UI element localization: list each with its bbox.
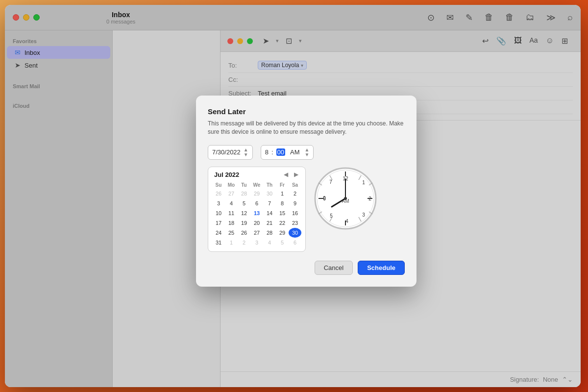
calendar-grid: Su Mo Tu We Th Fr Sa 2627282930123456789… bbox=[212, 181, 301, 247]
calendar-prev-button[interactable]: ◀ bbox=[283, 171, 289, 178]
calendar-day[interactable]: 2 bbox=[289, 189, 301, 198]
svg-point-26 bbox=[344, 197, 347, 200]
calendar-day[interactable]: 2 bbox=[238, 238, 250, 247]
svg-text:9: 9 bbox=[323, 196, 326, 201]
calendar-day[interactable]: 3 bbox=[212, 198, 225, 208]
calendar-day[interactable]: 30 bbox=[289, 228, 301, 238]
dialog-title: Send Later bbox=[208, 107, 405, 116]
time-hour: 8 bbox=[265, 148, 269, 156]
calendar-header: Jul 2022 ◀ ▶ bbox=[212, 171, 301, 178]
col-tu: Tu bbox=[238, 181, 250, 189]
calendar-day[interactable]: 26 bbox=[212, 189, 225, 198]
svg-text:7: 7 bbox=[329, 179, 332, 185]
calendar-day[interactable]: 28 bbox=[263, 228, 276, 238]
calendar-day[interactable]: 1 bbox=[225, 238, 238, 247]
clock-face: 12 1 2 3 4 5 6 7 AM 9 bbox=[314, 167, 377, 230]
time-period: AM bbox=[290, 148, 300, 156]
calendar-day[interactable]: 12 bbox=[238, 208, 250, 218]
calendar-day[interactable]: 14 bbox=[263, 208, 276, 218]
calendar-day[interactable]: 15 bbox=[276, 208, 289, 218]
calendar-day[interactable]: 22 bbox=[276, 218, 289, 228]
calendar-day[interactable]: 4 bbox=[225, 198, 238, 208]
calendar-day[interactable]: 16 bbox=[289, 208, 301, 218]
calendar-month-title: Jul 2022 bbox=[214, 171, 239, 178]
calendar-day[interactable]: 3 bbox=[250, 238, 263, 247]
calendar-day[interactable]: 1 bbox=[276, 189, 289, 198]
calendar-day[interactable]: 8 bbox=[276, 198, 289, 208]
calendar-day[interactable]: 26 bbox=[238, 228, 250, 238]
dialog-buttons: Cancel Schedule bbox=[208, 261, 405, 275]
time-stepper[interactable]: ▲ ▼ bbox=[305, 147, 310, 157]
calendar-day[interactable]: 29 bbox=[250, 189, 263, 198]
cancel-button[interactable]: Cancel bbox=[315, 261, 353, 275]
time-minutes: 00 bbox=[276, 148, 285, 156]
calendar-day[interactable]: 18 bbox=[225, 218, 238, 228]
col-su: Su bbox=[212, 181, 225, 189]
dialog-time-row: 7/30/2022 ▲ ▼ 8:00 AM ▲ ▼ bbox=[208, 145, 405, 160]
schedule-button[interactable]: Schedule bbox=[358, 261, 405, 275]
svg-text:3: 3 bbox=[362, 212, 365, 218]
calendar-day[interactable]: 10 bbox=[212, 208, 225, 218]
calendar-next-button[interactable]: ▶ bbox=[293, 171, 299, 178]
calendar-day[interactable]: 6 bbox=[289, 238, 301, 247]
col-we: We bbox=[250, 181, 263, 189]
calendar-day[interactable]: 28 bbox=[238, 189, 250, 198]
svg-text:5: 5 bbox=[330, 213, 333, 219]
col-mo: Mo bbox=[225, 181, 238, 189]
svg-text:4: 4 bbox=[345, 219, 348, 224]
calendar-day[interactable]: 31 bbox=[212, 238, 225, 247]
col-fr: Fr bbox=[276, 181, 289, 189]
calendar-clock-section: Jul 2022 ◀ ▶ Su Mo Tu We Th bbox=[208, 167, 405, 252]
calendar-day[interactable]: 19 bbox=[238, 218, 250, 228]
clock-container: 12 1 2 3 4 5 6 7 AM 9 bbox=[314, 167, 377, 230]
calendar-day[interactable]: 4 bbox=[263, 238, 276, 247]
date-input[interactable]: 7/30/2022 ▲ ▼ bbox=[208, 145, 253, 160]
calendar-day[interactable]: 25 bbox=[225, 228, 238, 238]
col-th: Th bbox=[263, 181, 276, 189]
calendar-day[interactable]: 29 bbox=[276, 228, 289, 238]
calendar-day[interactable]: 17 bbox=[212, 218, 225, 228]
calendar-day[interactable]: 13 bbox=[250, 208, 263, 218]
svg-text:1: 1 bbox=[362, 180, 365, 185]
calendar-day[interactable]: 20 bbox=[250, 218, 263, 228]
calendar-day[interactable]: 5 bbox=[238, 198, 250, 208]
date-value: 7/30/2022 bbox=[212, 148, 241, 156]
col-sa: Sa bbox=[289, 181, 301, 189]
date-stepper[interactable]: ▲ ▼ bbox=[244, 147, 248, 157]
calendar-nav: ◀ ▶ bbox=[283, 171, 299, 178]
calendar-day[interactable]: 23 bbox=[289, 218, 301, 228]
time-input[interactable]: 8:00 AM ▲ ▼ bbox=[261, 145, 314, 160]
calendar-day[interactable]: 27 bbox=[250, 228, 263, 238]
calendar-day[interactable]: 6 bbox=[250, 198, 263, 208]
calendar-day[interactable]: 5 bbox=[276, 238, 289, 247]
send-later-dialog: Send Later This message will be delivere… bbox=[196, 96, 416, 287]
calendar-day[interactable]: 11 bbox=[225, 208, 238, 218]
calendar-day[interactable]: 9 bbox=[289, 198, 301, 208]
calendar: Jul 2022 ◀ ▶ Su Mo Tu We Th bbox=[208, 167, 306, 252]
calendar-day[interactable]: 24 bbox=[212, 228, 225, 238]
calendar-day[interactable]: 30 bbox=[263, 189, 276, 198]
app-window: Inbox 0 messages ⊙ ✉ ✎ 🗑 🗑 🗂 ≫ ⌕ Favorit… bbox=[5, 5, 581, 387]
dialog-description: This message will be delivered by this d… bbox=[208, 120, 405, 136]
svg-text:2: 2 bbox=[368, 196, 371, 201]
calendar-day[interactable]: 21 bbox=[263, 218, 276, 228]
calendar-day[interactable]: 27 bbox=[225, 189, 238, 198]
calendar-day[interactable]: 7 bbox=[263, 198, 276, 208]
